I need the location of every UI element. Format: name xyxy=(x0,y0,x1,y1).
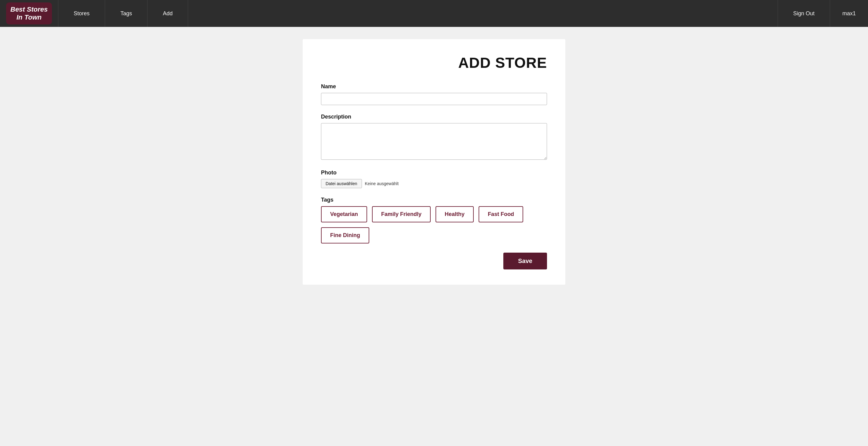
username-display: max1 xyxy=(830,0,868,27)
tag-healthy[interactable]: Healthy xyxy=(436,206,474,222)
description-input[interactable] xyxy=(321,123,547,160)
file-no-chosen-label: Keine ausgewählt xyxy=(365,181,399,186)
file-choose-button[interactable]: Datei auswählen xyxy=(321,179,362,188)
nav-link-add[interactable]: Add xyxy=(148,0,188,27)
nav-link-stores[interactable]: Stores xyxy=(58,0,105,27)
nav-links: Stores Tags Add xyxy=(58,0,778,27)
sign-out-button[interactable]: Sign Out xyxy=(778,0,830,27)
tags-row: Vegetarian Family Friendly Healthy Fast … xyxy=(321,206,547,243)
add-store-form-card: ADD STORE Name Description Photo Datei a… xyxy=(303,39,565,285)
photo-group: Photo Datei auswählen Keine ausgewählt xyxy=(321,170,547,188)
tags-label: Tags xyxy=(321,197,547,203)
form-title: ADD STORE xyxy=(321,54,547,71)
navbar: Best Stores In Town Stores Tags Add Sign… xyxy=(0,0,868,27)
file-input-wrapper: Datei auswählen Keine ausgewählt xyxy=(321,179,547,188)
nav-right: Sign Out max1 xyxy=(778,0,868,27)
tags-group: Tags Vegetarian Family Friendly Healthy … xyxy=(321,197,547,243)
logo-text: Best Stores In Town xyxy=(10,5,48,22)
main-content: ADD STORE Name Description Photo Datei a… xyxy=(0,27,868,297)
description-group: Description xyxy=(321,114,547,161)
name-group: Name xyxy=(321,83,547,105)
tag-fast-food[interactable]: Fast Food xyxy=(478,206,523,222)
description-label: Description xyxy=(321,114,547,120)
photo-label: Photo xyxy=(321,170,547,176)
tag-vegetarian[interactable]: Vegetarian xyxy=(321,206,367,222)
name-input[interactable] xyxy=(321,93,547,105)
name-label: Name xyxy=(321,83,547,90)
nav-link-tags[interactable]: Tags xyxy=(105,0,148,27)
form-actions: Save xyxy=(321,252,547,269)
tag-family-friendly[interactable]: Family Friendly xyxy=(372,206,431,222)
tag-fine-dining[interactable]: Fine Dining xyxy=(321,227,369,243)
logo[interactable]: Best Stores In Town xyxy=(6,2,52,25)
save-button[interactable]: Save xyxy=(503,252,547,269)
